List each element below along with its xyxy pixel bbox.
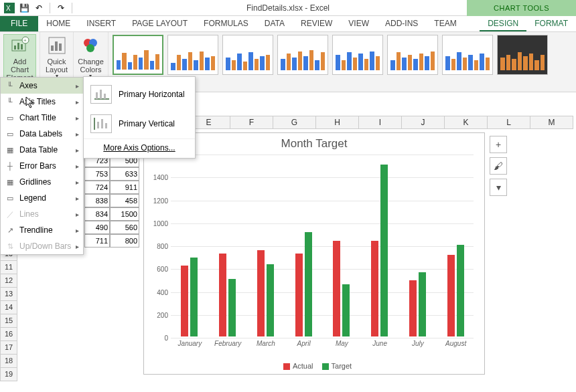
column-header-M[interactable]: M — [530, 116, 573, 129]
menu-item-axis_titles[interactable]: ╙Axis Titles — [1, 94, 83, 110]
menu-item-label: Lines — [19, 209, 79, 219]
cell-c1-r6[interactable]: 711 — [84, 234, 110, 248]
row-header-11[interactable]: 11 — [0, 261, 17, 274]
chart-style-preview-7[interactable] — [442, 35, 493, 75]
funnel-icon: ▾ — [496, 182, 501, 193]
x-tick-label: August — [445, 340, 466, 347]
chart-elements-button[interactable]: + — [490, 136, 507, 153]
bar-target-january[interactable] — [190, 258, 198, 336]
chart-style-preview-1[interactable] — [113, 35, 163, 75]
menu-item-axes[interactable]: ╙Axes — [1, 78, 83, 94]
more-axis-options-item[interactable]: More Axis Options... — [84, 138, 195, 155]
column-header-I[interactable]: I — [359, 116, 402, 129]
chart-style-preview-3[interactable] — [222, 35, 273, 75]
tab-design[interactable]: DESIGN — [480, 16, 526, 31]
cell-c2-r1[interactable]: 633 — [110, 167, 139, 181]
bar-actual-april[interactable] — [295, 254, 303, 336]
embedded-chart[interactable]: Month Target 020040060080010001200140016… — [143, 132, 485, 375]
bar-target-july[interactable] — [419, 272, 426, 336]
menu-item-data_labels[interactable]: ▭Data Labels — [1, 126, 83, 142]
tab-formulas[interactable]: FORMULAS — [196, 16, 257, 31]
lines-icon: ／ — [5, 209, 15, 219]
quick-layout-button[interactable]: Quick Layout ▾ — [46, 35, 68, 80]
row-header-14[interactable]: 14 — [0, 301, 17, 314]
tab-file[interactable]: FILE — [0, 16, 38, 31]
chart-style-preview-5[interactable] — [332, 35, 383, 75]
tab-insert[interactable]: INSERT — [78, 16, 124, 31]
svg-point-14 — [86, 44, 94, 52]
cell-c1-r2[interactable]: 724 — [84, 181, 110, 194]
column-header-F[interactable]: F — [230, 116, 273, 129]
menu-item-chart_title[interactable]: ▭Chart Title — [1, 110, 83, 126]
menu-item-trendline[interactable]: ↗Trendline — [1, 222, 83, 238]
chart-plot-area[interactable]: 02004006008001000120014001600JanuaryFebr… — [171, 155, 474, 336]
bar-actual-august[interactable] — [447, 255, 455, 336]
bar-actual-may[interactable] — [333, 241, 340, 337]
bar-actual-june[interactable] — [371, 241, 378, 336]
bar-actual-july[interactable] — [409, 280, 417, 336]
tab-data[interactable]: DATA — [257, 16, 293, 31]
cell-c2-r2[interactable]: 911 — [110, 181, 139, 194]
tab-page-layout[interactable]: PAGE LAYOUT — [124, 16, 196, 31]
bar-actual-january[interactable] — [181, 266, 188, 336]
chart-style-preview-8[interactable] — [497, 35, 548, 75]
column-header-L[interactable]: L — [488, 116, 530, 129]
cell-c2-r5[interactable]: 560 — [110, 221, 139, 234]
cell-c2-r6[interactable]: 800 — [110, 234, 139, 248]
row-header-19[interactable]: 19 — [0, 368, 17, 381]
menu-item-data_table[interactable]: ▦Data Table — [1, 142, 83, 158]
chart-styles-button[interactable]: 🖌 — [490, 157, 507, 175]
column-header-J[interactable]: J — [402, 116, 445, 129]
menu-item-gridlines[interactable]: ▦Gridlines — [1, 174, 83, 190]
tab-home[interactable]: HOME — [38, 16, 78, 31]
tab-team[interactable]: TEAM — [426, 16, 464, 31]
brush-icon: 🖌 — [494, 161, 503, 171]
bar-target-march[interactable] — [267, 264, 274, 336]
tab-review[interactable]: REVIEW — [293, 16, 340, 31]
svg-rect-10 — [55, 41, 58, 51]
quick-access-toolbar: X 💾 ↶ ↷ — [0, 3, 74, 13]
tab-addins[interactable]: ADD-INS — [377, 16, 426, 31]
bar-target-may[interactable] — [342, 284, 350, 336]
menu-item-label: Trendline — [19, 225, 79, 235]
bar-target-february[interactable] — [228, 279, 236, 336]
row-header-15[interactable]: 15 — [0, 314, 17, 328]
row-header-13[interactable]: 13 — [0, 288, 17, 301]
bar-target-august[interactable] — [457, 245, 464, 336]
chart-legend[interactable]: Actual Target — [144, 362, 484, 370]
change-colors-button[interactable]: Change Colors ▾ — [78, 35, 104, 80]
column-header-H[interactable]: H — [316, 116, 359, 129]
menu-item-error_bars[interactable]: ┼Error Bars — [1, 158, 83, 174]
chart-style-preview-6[interactable] — [387, 35, 438, 75]
cell-c1-r3[interactable]: 838 — [84, 194, 110, 207]
chart-filters-button[interactable]: ▾ — [490, 179, 507, 196]
bar-target-june[interactable] — [380, 165, 388, 336]
row-header-17[interactable]: 17 — [0, 341, 17, 355]
redo-icon[interactable]: ↷ — [56, 3, 66, 13]
axes-primary-vertical-item[interactable]: Primary Vertical — [84, 109, 195, 138]
bar-actual-february[interactable] — [219, 254, 226, 336]
column-header-K[interactable]: K — [445, 116, 488, 129]
cell-c2-r4[interactable]: 1500 — [110, 207, 139, 221]
row-header-16[interactable]: 16 — [0, 328, 17, 341]
chart-style-preview-2[interactable] — [167, 35, 218, 75]
undo-icon[interactable]: ↶ — [33, 3, 44, 13]
svg-rect-17 — [100, 90, 102, 99]
primary-vertical-icon — [90, 114, 112, 133]
row-header-18[interactable]: 18 — [0, 355, 17, 368]
tab-format[interactable]: FORMAT — [526, 16, 576, 31]
save-icon[interactable]: 💾 — [19, 3, 29, 13]
cell-c1-r5[interactable]: 490 — [84, 221, 110, 234]
column-header-G[interactable]: G — [273, 116, 316, 129]
menu-item-legend[interactable]: ▭Legend — [1, 190, 83, 206]
axes-primary-horizontal-item[interactable]: Primary Horizontal — [84, 80, 195, 109]
cell-c1-r4[interactable]: 834 — [84, 207, 110, 221]
chart-style-preview-4[interactable] — [277, 35, 328, 75]
tab-view[interactable]: VIEW — [340, 16, 377, 31]
cell-c2-r3[interactable]: 458 — [110, 194, 139, 207]
bar-actual-march[interactable] — [257, 250, 265, 336]
cell-c1-r1[interactable]: 753 — [84, 167, 110, 181]
row-header-12[interactable]: 12 — [0, 274, 17, 288]
svg-rect-11 — [59, 43, 62, 51]
bar-target-april[interactable] — [305, 232, 312, 336]
